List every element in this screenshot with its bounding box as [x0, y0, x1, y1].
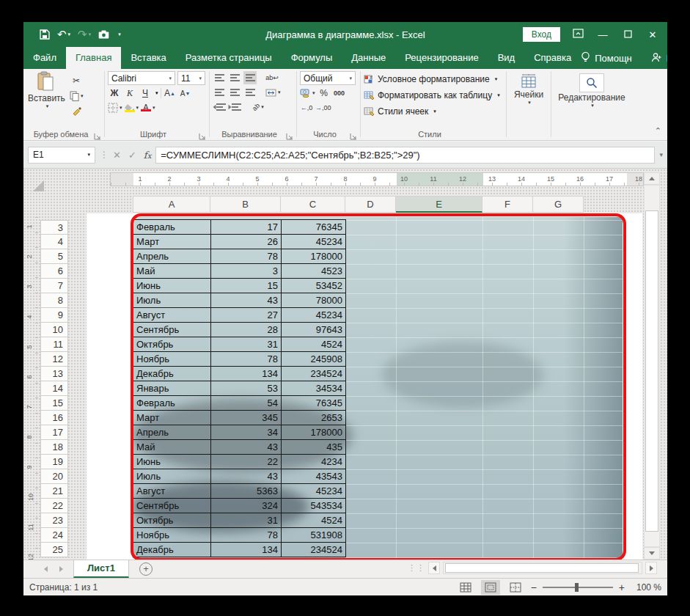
- select-all-corner[interactable]: [33, 180, 44, 191]
- column-header-D[interactable]: D: [345, 196, 396, 213]
- normal-view-icon[interactable]: [456, 580, 475, 595]
- number-format-combo[interactable]: Общий▾: [300, 71, 356, 85]
- cell-value-b[interactable]: 15: [211, 279, 282, 293]
- row-header-3[interactable]: 3: [40, 220, 68, 235]
- cell-value-b[interactable]: 5363: [211, 484, 282, 499]
- cell-styles-button[interactable]: Стили ячеек ▾: [364, 103, 503, 120]
- comma-style-icon[interactable]: 000: [333, 87, 346, 100]
- align-middle-icon[interactable]: [228, 71, 241, 84]
- editing-button[interactable]: Редактирование ▾: [554, 73, 629, 109]
- percent-style-icon[interactable]: %: [318, 87, 331, 100]
- copy-icon[interactable]: ▾: [70, 89, 84, 103]
- zoom-slider[interactable]: [543, 587, 613, 588]
- horizontal-scrollbar[interactable]: ⋮⋮: [408, 562, 657, 574]
- align-bottom-icon[interactable]: [243, 71, 257, 84]
- cell-value-b[interactable]: 345: [211, 411, 282, 425]
- cell-value-c[interactable]: 76345: [282, 396, 346, 411]
- insert-function-icon[interactable]: fx: [144, 150, 151, 161]
- minimize-button[interactable]: —: [595, 29, 610, 40]
- increase-decimal-icon[interactable]: ←,0: [300, 101, 313, 114]
- conditional-formatting-button[interactable]: ≠ Условное форматирование ▾: [364, 71, 503, 87]
- cell-value-c[interactable]: 178000: [282, 249, 346, 264]
- vertical-scrollbar-thumb[interactable]: [645, 210, 658, 532]
- tell-me-label[interactable]: Помощн: [595, 53, 632, 64]
- tab-главная[interactable]: Главная: [66, 47, 121, 69]
- camera-icon[interactable]: [98, 30, 109, 39]
- format-as-table-button[interactable]: Форматировать как таблицу ▾: [364, 87, 503, 103]
- cell-month[interactable]: Январь: [133, 381, 211, 396]
- cell-month[interactable]: Февраль: [133, 396, 211, 411]
- orientation-icon[interactable]: ab▾: [252, 100, 265, 114]
- cell-value-b[interactable]: 22: [211, 455, 282, 469]
- sign-in-button[interactable]: Вход: [523, 27, 560, 42]
- decrease-indent-icon[interactable]: [213, 100, 226, 114]
- cell-month[interactable]: Апрель: [133, 249, 211, 264]
- zoom-level[interactable]: 100 %: [631, 582, 661, 593]
- cell-month[interactable]: Декабрь: [133, 367, 211, 381]
- scroll-left-icon[interactable]: [428, 562, 440, 574]
- cell-value-c[interactable]: 45234: [282, 484, 346, 499]
- italic-button[interactable]: К: [123, 87, 136, 100]
- cell-month[interactable]: Октябрь: [133, 337, 211, 352]
- decrease-decimal-icon[interactable]: →,00: [315, 101, 331, 114]
- clipboard-dialog-launcher-icon[interactable]: [94, 130, 101, 137]
- scroll-down-icon[interactable]: [644, 547, 660, 560]
- row-header-22[interactable]: 22: [40, 499, 68, 513]
- scroll-up-icon[interactable]: [644, 172, 660, 185]
- format-painter-icon[interactable]: [70, 105, 84, 118]
- row-header-17[interactable]: 17: [40, 425, 68, 440]
- enter-formula-icon[interactable]: ✓: [128, 150, 136, 161]
- row-header-18[interactable]: 18: [40, 440, 68, 455]
- cell-month[interactable]: Июнь: [133, 279, 211, 293]
- page-break-view-icon[interactable]: [506, 580, 525, 595]
- cell-value-b[interactable]: 31: [211, 513, 282, 528]
- tab-вид[interactable]: Вид: [488, 47, 525, 69]
- fill-color-icon[interactable]: ▾: [125, 101, 139, 114]
- row-header-20[interactable]: 20: [40, 469, 68, 484]
- ribbon-display-options-icon[interactable]: [570, 29, 585, 40]
- row-header-9[interactable]: 9: [40, 308, 68, 323]
- underline-dropdown-icon[interactable]: ▾: [155, 90, 158, 96]
- row-header-23[interactable]: 23: [40, 513, 68, 528]
- row-header-14[interactable]: 14: [40, 381, 68, 396]
- column-header-B[interactable]: B: [210, 196, 281, 213]
- cell-value-c[interactable]: 435: [282, 440, 346, 455]
- wrap-text-icon[interactable]: ab↩: [265, 71, 279, 84]
- column-header-F[interactable]: F: [482, 196, 533, 213]
- column-header-A[interactable]: A: [133, 196, 210, 213]
- cell-month[interactable]: Март: [133, 411, 211, 425]
- row-header-12[interactable]: 12: [40, 352, 68, 367]
- collapse-ribbon-icon[interactable]: ⌃: [655, 126, 661, 136]
- qat-customize-icon[interactable]: ▾: [117, 32, 121, 37]
- cell-value-c[interactable]: 178000: [282, 425, 346, 440]
- row-header-7[interactable]: 7: [40, 279, 68, 293]
- cell-month[interactable]: Апрель: [133, 425, 211, 440]
- tab-справка[interactable]: Справка: [524, 47, 581, 69]
- cell-value-b[interactable]: 26: [211, 235, 282, 249]
- add-sheet-icon[interactable]: +: [139, 562, 153, 576]
- cell-value-b[interactable]: 28: [211, 323, 282, 337]
- cell-value-b[interactable]: 78: [211, 528, 282, 543]
- row-header-21[interactable]: 21: [40, 484, 68, 499]
- cell-value-c[interactable]: 4523: [282, 264, 346, 279]
- row-header-5[interactable]: 5: [40, 249, 68, 264]
- tab-рецензирование[interactable]: Рецензирование: [395, 47, 488, 69]
- cell-value-c[interactable]: 45234: [282, 235, 346, 249]
- tab-файл[interactable]: Файл: [23, 47, 66, 69]
- cell-value-c[interactable]: 2653: [282, 411, 346, 425]
- cut-icon[interactable]: ✂: [70, 74, 84, 87]
- cell-month[interactable]: Июль: [133, 293, 211, 308]
- cell-value-c[interactable]: 245908: [282, 352, 346, 367]
- cell-month[interactable]: Август: [133, 484, 211, 499]
- row-header-4[interactable]: 4: [40, 235, 68, 249]
- shrink-font-button[interactable]: А▼: [179, 87, 192, 100]
- tab-данные[interactable]: Данные: [342, 47, 395, 69]
- formula-input[interactable]: =СУММЕСЛИМН(C2:C25;A2:A25;"Сентябрь";B2:…: [155, 147, 655, 164]
- cell-value-b[interactable]: 43: [211, 440, 282, 455]
- cell-value-b[interactable]: 17: [211, 220, 282, 235]
- cell-value-b[interactable]: 43: [211, 293, 282, 308]
- name-box[interactable]: E1 ▾: [28, 147, 95, 164]
- cell-month[interactable]: Февраль: [133, 220, 211, 235]
- cell-month[interactable]: Март: [133, 235, 211, 249]
- cell-value-b[interactable]: 34: [211, 425, 282, 440]
